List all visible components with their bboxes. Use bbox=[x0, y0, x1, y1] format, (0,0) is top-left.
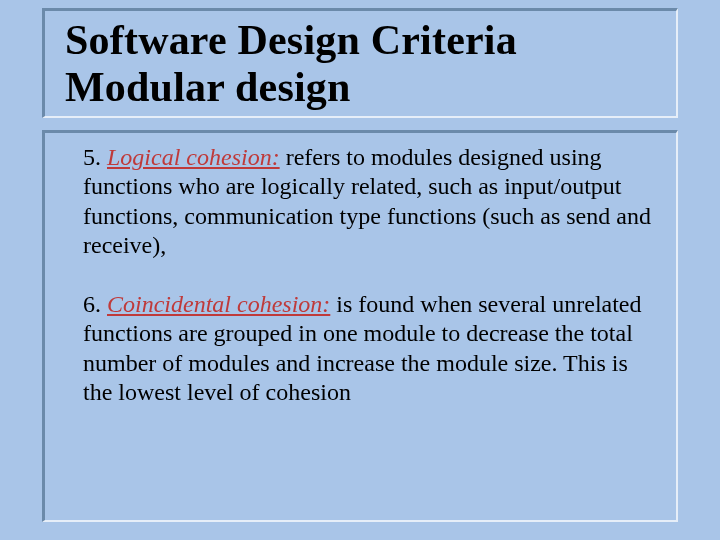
slide: Software Design Criteria Modular design … bbox=[0, 0, 720, 540]
item-number: 5. bbox=[83, 144, 101, 170]
body-box: 5. Logical cohesion: refers to modules d… bbox=[42, 130, 678, 522]
title-line-2: Modular design bbox=[65, 64, 668, 111]
title-box: Software Design Criteria Modular design bbox=[42, 8, 678, 118]
item-term: Logical cohesion: bbox=[107, 144, 280, 170]
list-item: 5. Logical cohesion: refers to modules d… bbox=[83, 143, 656, 260]
item-number: 6. bbox=[83, 291, 101, 317]
title-line-1: Software Design Criteria bbox=[65, 17, 668, 64]
item-term: Coincidental cohesion: bbox=[107, 291, 330, 317]
list-item: 6. Coincidental cohesion: is found when … bbox=[83, 290, 656, 407]
